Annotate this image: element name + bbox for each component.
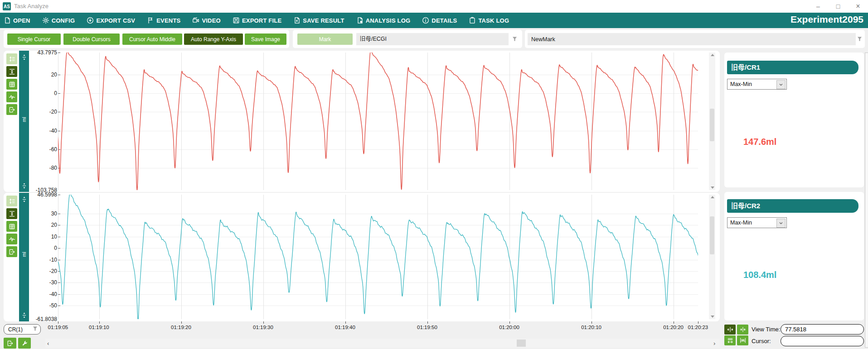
channel-select[interactable]: 旧母/ECGI <box>356 33 509 45</box>
button-single-cursor[interactable]: Single Cursor <box>7 33 61 45</box>
toolbar-item-events[interactable]: EVENTS <box>147 17 180 24</box>
zoom-lines-h-button[interactable] <box>724 335 736 345</box>
toolbar-item-analysis-log[interactable]: ANALYSIS LOG <box>356 17 411 24</box>
toolbar-item-label: EXPORT CSV <box>96 17 135 24</box>
sliders-icon <box>9 198 15 205</box>
x-tick-label: 01:19:50 <box>417 325 437 330</box>
toolbar-item-open[interactable]: OPEN <box>4 17 30 24</box>
newmark-filter-funnel-icon[interactable] <box>857 35 862 43</box>
calculator-icon <box>9 81 15 88</box>
chart0-tool-calculator-button[interactable] <box>6 79 17 90</box>
cursor-label: Cursor: <box>752 338 771 344</box>
toolbar-item-label: CONFIG <box>52 17 75 24</box>
bottom-export-button[interactable] <box>4 338 16 349</box>
chart1-y-label: -61.8038 <box>0 316 57 322</box>
title-bar: AS Task Analyze – □ × <box>0 0 868 13</box>
open-file-icon <box>4 17 11 24</box>
bottom-channel-select[interactable]: CR(1) <box>4 324 41 335</box>
chart1-scroll-thumb[interactable] <box>710 216 714 254</box>
chart0-y-label: 0 <box>0 90 57 96</box>
result-card-cr1-title: 旧母/CR1 <box>727 61 858 74</box>
chart0-y-label: 43.7975 <box>0 49 57 56</box>
chart1-scroll-up-arrow[interactable] <box>711 196 714 198</box>
zoom-expand-h-button[interactable] <box>724 325 736 335</box>
right-panel-scrollbar[interactable] <box>865 53 868 348</box>
file-save-icon <box>293 17 301 24</box>
toolbar-item-label: SAVE RESULT <box>303 17 344 24</box>
chart0-unit-label: ml <box>21 115 27 124</box>
x-tick-label: 01:19:30 <box>253 325 273 330</box>
toolbar-item-video[interactable]: VIDEO <box>192 17 220 24</box>
x-tick <box>263 321 264 324</box>
x-tick-label: 01:19:05 <box>48 325 68 330</box>
toolbar-item-config[interactable]: CONFIG <box>42 17 75 24</box>
toolbar: OPENCONFIGEXPORT CSVEVENTSVIDEOEXPORT FI… <box>0 13 868 28</box>
chart0-scroll-up-arrow[interactable] <box>711 54 714 56</box>
chart1-y-label: 30 <box>0 210 57 217</box>
toolbar-item-label: TASK LOG <box>478 17 509 24</box>
chart0-scroll-down-arrow[interactable] <box>711 186 714 189</box>
button-double-cursors[interactable]: Double Cursors <box>63 33 120 45</box>
mark-button[interactable]: Mark <box>297 33 353 45</box>
toolbar-item-label: EXPORT FILE <box>242 17 281 24</box>
result-card-cr2-mode-label: Max-Min <box>730 220 752 226</box>
chart1-y-label: -20 <box>0 268 57 274</box>
x-tick-label: 01:20:23 <box>688 325 708 330</box>
button-auto-range-y-axis[interactable]: Auto Range Y-Axis <box>184 33 243 45</box>
bottom-wrench-button[interactable] <box>18 338 31 349</box>
newmark-input[interactable] <box>528 33 856 45</box>
toolbar-item-export-csv[interactable]: EXPORT CSV <box>87 17 135 24</box>
result-card-cr1-mode-label: Max-Min <box>730 81 752 87</box>
result-card-cr2-value: 108.4ml <box>743 270 776 280</box>
minimize-button[interactable]: – <box>808 0 828 13</box>
cursor-input[interactable] <box>781 336 864 346</box>
x-tick-label: 01:19:40 <box>335 325 355 330</box>
zoom-collapse-h-button[interactable] <box>737 325 748 335</box>
app-window: AS Task Analyze – □ × OPENCONFIGEXPORT C… <box>0 0 868 349</box>
view-time-input[interactable] <box>781 324 864 335</box>
floppy-icon <box>233 17 240 24</box>
view-time-label: View Time: <box>752 326 780 333</box>
result-card-cr2: 旧母/CR2 Max-Min 108.4ml <box>724 192 864 320</box>
toolbar-item-task-log[interactable]: TASK LOG <box>469 17 509 24</box>
x-tick <box>509 321 510 324</box>
x-tick <box>345 321 346 324</box>
chart1-y-label: -50 <box>0 302 57 309</box>
chart0-y-label: -40 <box>0 128 57 134</box>
toolbar-item-details[interactable]: DETAILS <box>422 17 457 24</box>
scroll-right-arrow[interactable]: › <box>713 340 715 347</box>
button-cursor-auto-middle[interactable]: Cursor Auto Middle <box>122 33 182 45</box>
x-tick <box>58 321 58 324</box>
chart1-plot[interactable] <box>58 195 698 319</box>
chart0-y-label: -20 <box>0 109 57 115</box>
chart1-v-scrollbar[interactable] <box>709 195 715 319</box>
chart0-y-label: -80 <box>0 165 57 171</box>
toolbar-item-export-file[interactable]: EXPORT FILE <box>233 17 281 24</box>
x-tick <box>698 321 698 324</box>
zoom-wave-bars-button[interactable] <box>737 335 748 345</box>
toolbar-item-save-result[interactable]: SAVE RESULT <box>293 17 344 24</box>
collapse-h-icon <box>740 326 746 333</box>
x-tick <box>427 321 428 324</box>
result-card-cr1-mode-select[interactable]: Max-Min <box>727 79 787 90</box>
x-tick-label: 01:19:20 <box>171 325 191 330</box>
horizontal-scrollbar[interactable] <box>45 339 720 348</box>
chevron-down-icon <box>776 219 786 228</box>
chart1-y-label: -40 <box>0 291 57 297</box>
chart0-plot[interactable] <box>58 53 698 190</box>
chart0-scroll-thumb[interactable] <box>710 109 714 141</box>
horizontal-scrollbar-thumb[interactable] <box>517 339 526 347</box>
bottom-channel-select-label: CR(1) <box>8 326 23 333</box>
chart1-scroll-down-arrow[interactable] <box>711 316 714 318</box>
x-tick-label: 01:19:10 <box>89 325 109 330</box>
scroll-left-arrow[interactable]: ‹ <box>47 340 49 347</box>
close-button[interactable]: × <box>848 0 868 13</box>
x-tick-label: 01:20:10 <box>581 325 601 330</box>
wave-bars-icon <box>740 337 746 344</box>
toolbar-item-label: DETAILS <box>432 17 457 24</box>
result-card-cr2-mode-select[interactable]: Max-Min <box>727 217 787 228</box>
video-camera-icon <box>192 17 199 24</box>
maximize-button[interactable]: □ <box>828 0 848 13</box>
channel-filter-funnel-icon[interactable] <box>512 35 517 43</box>
button-save-image[interactable]: Save Image <box>245 33 286 45</box>
